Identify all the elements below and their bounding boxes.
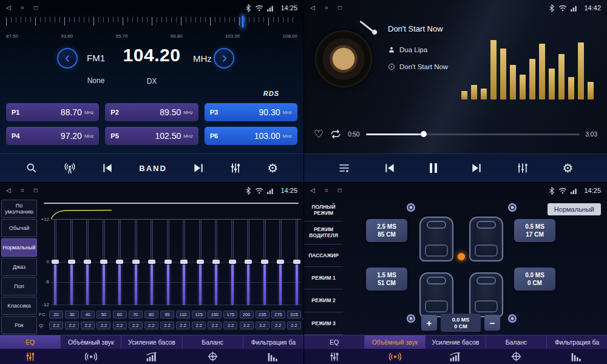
repeat-icon[interactable] <box>330 129 342 139</box>
audio-tab[interactable]: Баланс <box>183 335 243 349</box>
eq-slider-handle[interactable] <box>245 260 252 264</box>
surround-tab-icon[interactable] <box>365 349 426 364</box>
eq-preset-item[interactable]: Джаз <box>1 258 37 276</box>
fc-value[interactable]: 110 <box>176 311 190 318</box>
back-icon[interactable]: ◁ <box>310 5 315 11</box>
mixer-button[interactable] <box>517 162 529 174</box>
audio-tab[interactable]: EQ <box>0 335 61 349</box>
eq-band-slider[interactable] <box>67 219 76 305</box>
eq-slider-handle[interactable] <box>132 260 140 264</box>
tune-up-button[interactable] <box>214 48 234 69</box>
search-stations-button[interactable] <box>25 162 38 174</box>
audio-tab[interactable]: Фильтрация ба <box>547 335 607 349</box>
q-value[interactable]: 2.2 <box>240 322 254 329</box>
eq-slider-handle[interactable] <box>212 260 220 264</box>
q-value[interactable]: 2.2 <box>271 322 285 329</box>
fc-value[interactable]: 80 <box>144 311 158 318</box>
fc-value[interactable]: 70 <box>129 311 143 318</box>
previous-track-button[interactable] <box>384 163 396 174</box>
q-value[interactable]: 2.2 <box>176 322 190 329</box>
front-left-delay[interactable]: 2.5 MS 85 CM <box>366 219 407 242</box>
eq-slider-handle[interactable] <box>84 260 91 264</box>
passenger-seat[interactable] <box>469 217 503 261</box>
increase-delay-button[interactable]: + <box>421 315 437 331</box>
q-value[interactable]: 2.2 <box>287 322 301 329</box>
balance-tab-icon[interactable] <box>486 349 546 364</box>
eq-band-slider[interactable] <box>164 219 172 305</box>
q-value[interactable]: 2.2 <box>49 322 63 329</box>
home-icon[interactable]: ○ <box>325 5 328 11</box>
eq-slider-handle[interactable] <box>180 260 188 264</box>
fc-value[interactable]: 275 <box>271 311 285 318</box>
q-value[interactable]: 2.2 <box>113 322 127 329</box>
bass-boost-tab-icon[interactable] <box>121 349 182 364</box>
eq-preset-item[interactable]: Обычай <box>1 219 37 237</box>
fc-value[interactable]: 40 <box>81 311 95 318</box>
progress-knob[interactable] <box>421 131 427 137</box>
eq-band-slider[interactable] <box>244 219 253 305</box>
audio-tab[interactable]: Баланс <box>486 335 547 349</box>
recents-icon[interactable]: □ <box>338 5 342 11</box>
preset-button[interactable]: P2 89.50 MHz <box>105 103 198 121</box>
eq-slider-handle[interactable] <box>277 260 284 264</box>
fc-value[interactable]: 30 <box>65 311 79 318</box>
listener-position-dot[interactable] <box>458 253 465 260</box>
eq-band-slider[interactable] <box>83 219 92 305</box>
home-icon[interactable]: ○ <box>21 187 24 194</box>
q-value[interactable]: 2.2 <box>160 322 174 329</box>
eq-slider-handle[interactable] <box>293 260 300 264</box>
eq-band-slider[interactable] <box>228 219 237 305</box>
eq-preset-item[interactable]: Рок <box>1 316 37 334</box>
tune-down-button[interactable] <box>57 48 78 69</box>
eq-slider-handle[interactable] <box>52 260 59 264</box>
eq-slider-handle[interactable] <box>116 260 123 264</box>
q-value[interactable]: 2.2 <box>129 322 143 329</box>
progress-bar[interactable] <box>366 133 580 135</box>
settings-button[interactable]: ⚙ <box>267 162 278 174</box>
fc-value[interactable]: 95 <box>160 311 174 318</box>
eq-slider-handle[interactable] <box>164 260 172 264</box>
fc-value[interactable]: 315 <box>287 311 301 318</box>
listening-mode-item[interactable]: ПАССАЖИР <box>304 244 343 267</box>
eq-preset-item[interactable]: По умолчанию <box>1 200 37 218</box>
back-icon[interactable]: ◁ <box>6 5 11 11</box>
home-icon[interactable]: ○ <box>325 187 328 194</box>
eq-slider-handle[interactable] <box>148 260 155 264</box>
audio-tab[interactable]: Объёмный звук <box>61 335 121 349</box>
driver-seat[interactable] <box>419 217 453 261</box>
q-value[interactable]: 2.2 <box>223 322 237 329</box>
front-right-delay[interactable]: 0.5 MS 17 CM <box>514 219 555 242</box>
audio-tab[interactable]: Усиление басов <box>426 335 486 349</box>
fc-value[interactable]: 50 <box>97 311 110 318</box>
eq-tab-icon[interactable] <box>0 349 61 364</box>
settings-button[interactable]: ⚙ <box>562 162 573 174</box>
eq-band-slider[interactable] <box>293 219 301 305</box>
recents-icon[interactable]: □ <box>34 5 38 11</box>
audio-tab[interactable]: EQ <box>304 335 365 349</box>
eq-slider-handle[interactable] <box>261 260 268 264</box>
fc-value[interactable]: 20 <box>49 311 63 318</box>
back-icon[interactable]: ◁ <box>310 187 315 194</box>
eq-band-slider[interactable] <box>51 219 59 305</box>
balance-tab-icon[interactable] <box>182 349 243 364</box>
audio-tab[interactable]: Усиление басов <box>121 335 182 349</box>
listening-mode-item[interactable]: ПОЛНЫЙ РЕЖИМ <box>304 199 343 221</box>
listening-mode-item[interactable]: РЕЖИМ ВОДИТЕЛЯ <box>304 221 343 244</box>
eq-band-slider[interactable] <box>132 219 140 305</box>
audio-tab[interactable]: Объёмный звук <box>365 335 426 349</box>
decrease-delay-button[interactable]: − <box>484 315 500 331</box>
filter-tab-icon[interactable] <box>243 349 304 364</box>
frequency-scale[interactable]: 87.5091.6095.7099.80103.90108.00 <box>6 17 297 39</box>
listening-mode-item[interactable]: РЕЖИМ 1 <box>304 267 343 289</box>
audio-tab[interactable]: Фильтрация ба <box>243 335 304 349</box>
previous-station-button[interactable] <box>101 163 114 174</box>
eq-band-slider[interactable] <box>260 219 269 305</box>
q-value[interactable]: 2.2 <box>97 322 110 329</box>
rear-left-seat[interactable] <box>419 272 453 317</box>
audio-settings-button[interactable] <box>229 162 242 174</box>
eq-preset-item[interactable]: Классика <box>1 297 37 315</box>
eq-tab-icon[interactable] <box>304 349 365 364</box>
eq-slider-handle[interactable] <box>197 260 204 264</box>
fc-value[interactable]: 60 <box>113 311 127 318</box>
eq-preset-item[interactable]: Поп <box>1 277 37 295</box>
